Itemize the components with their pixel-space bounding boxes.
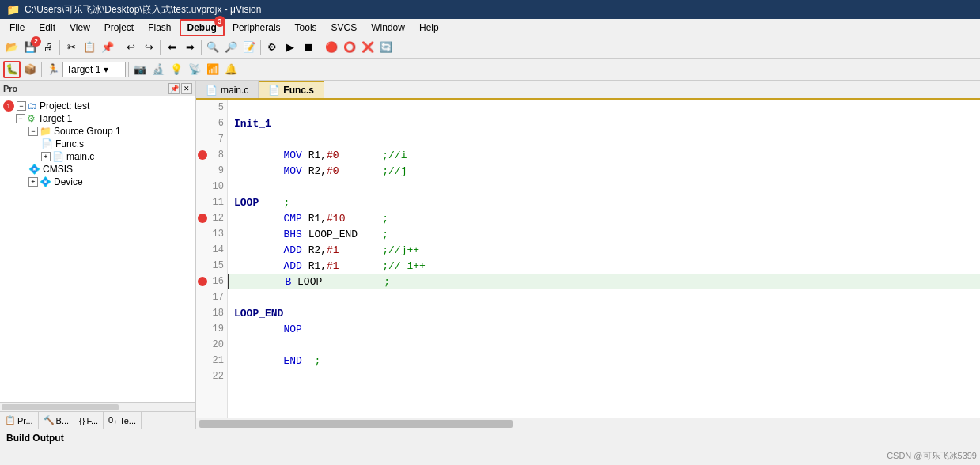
menu-item-peripherals[interactable]: Peripherals bbox=[226, 21, 287, 35]
mainc-label: main.c bbox=[66, 151, 94, 162]
redo-btn[interactable]: ↪ bbox=[140, 39, 157, 56]
fwd-btn[interactable]: ➡ bbox=[181, 39, 199, 56]
find-btn[interactable]: 🔍 bbox=[204, 39, 221, 56]
find2-btn[interactable]: 🔎 bbox=[222, 39, 240, 56]
breakpoint-toggle-btn[interactable]: 🔴 bbox=[323, 39, 340, 56]
tree-item-cmsis[interactable]: 💠 CMSIS bbox=[0, 163, 195, 176]
tab-mainc[interactable]: 📄 main.c bbox=[196, 81, 259, 98]
panel-title: Pro bbox=[3, 84, 17, 93]
menu-item-project[interactable]: Project bbox=[98, 21, 140, 35]
build-btn[interactable]: ⚙ bbox=[263, 39, 281, 56]
run-to-cursor-btn[interactable]: 🏃 bbox=[44, 61, 62, 78]
code-line-9: MOV R2,#0 ;//j bbox=[228, 163, 980, 179]
paste-btn[interactable]: 📌 bbox=[99, 39, 116, 56]
tab-mainc-icon: 📄 bbox=[206, 85, 218, 96]
code-line-8: MOV R1,#0 ;//i bbox=[228, 147, 980, 163]
panel-bottom-tabs: 📋 Pr... 🔨 B... {} F... 0₊ Te... bbox=[0, 411, 195, 429]
notify-btn[interactable]: 🔔 bbox=[222, 61, 240, 78]
menu-item-flash[interactable]: Flash bbox=[142, 21, 177, 35]
folder-icon: 📁 bbox=[40, 126, 51, 137]
hint-btn[interactable]: 💡 bbox=[168, 61, 185, 78]
cmsis-label: CMSIS bbox=[43, 164, 73, 175]
toolbar2-separator bbox=[41, 62, 42, 77]
tab-funcs-label: Func.s bbox=[283, 85, 314, 96]
badge-1: 1 bbox=[3, 100, 14, 112]
menu-item-debug[interactable]: Debug3 bbox=[180, 19, 225, 36]
tab-funcs-icon: 📄 bbox=[268, 85, 280, 96]
tab-funcs[interactable]: 📄 Func.s bbox=[259, 81, 324, 98]
tree-expand-target[interactable]: − bbox=[16, 114, 25, 123]
menu-item-view[interactable]: View bbox=[63, 21, 96, 35]
tree-expand-mainc[interactable]: + bbox=[41, 152, 51, 161]
editor-area: 📄 main.c 📄 Func.s 5 6 7 8 9 10 11 bbox=[196, 81, 980, 429]
tree-item-funcs[interactable]: 📄 Func.s bbox=[0, 138, 195, 150]
toolbar-separator bbox=[119, 40, 119, 55]
inspect-btn[interactable]: 🔬 bbox=[149, 61, 167, 78]
bp-enable-btn[interactable]: ⭕ bbox=[341, 39, 358, 56]
tree-expand-device[interactable]: + bbox=[28, 177, 38, 187]
panel-tab-func-icon: {} bbox=[79, 416, 85, 425]
toolbar-secondary: 🐛📦🏃Target 1 ▾📷🔬💡📡📶🔔 bbox=[0, 59, 980, 81]
gutter-13: 13 bbox=[196, 226, 227, 242]
code-line-17 bbox=[228, 289, 980, 305]
code-hscroll[interactable] bbox=[196, 418, 980, 429]
title-text: C:\Users\可乐飞冰\Desktop\嵌入式\test.uvprojx -… bbox=[25, 3, 261, 17]
debug-stop-btn[interactable]: 📦 bbox=[21, 61, 39, 78]
code-editor[interactable]: Init_1 MOV R1,#0 ;//i MOV R2,#0 ;//j LOO… bbox=[228, 100, 980, 418]
code-line-7 bbox=[228, 131, 980, 147]
tree-item-device[interactable]: + 💠 Device bbox=[0, 176, 195, 188]
menu-item-svcs[interactable]: SVCS bbox=[325, 21, 364, 35]
panel-tab-project[interactable]: 📋 Pr... bbox=[0, 412, 39, 429]
snapshot-btn[interactable]: 📷 bbox=[131, 61, 149, 78]
panel-tab-temp[interactable]: 0₊ Te... bbox=[104, 412, 142, 429]
menu-item-file[interactable]: File bbox=[3, 21, 31, 35]
stop-btn[interactable]: ⏹ bbox=[300, 39, 317, 56]
reload-btn[interactable]: 🔄 bbox=[377, 39, 395, 56]
panel-close-button[interactable]: ✕ bbox=[181, 83, 192, 94]
menu-item-edit[interactable]: Edit bbox=[32, 21, 62, 35]
tree-item-sourcegroup[interactable]: − 📁 Source Group 1 bbox=[0, 125, 195, 138]
project-panel: Pro 📌 ✕ 1 − 🗂 Project: test − ⚙ Target 1 bbox=[0, 81, 196, 429]
build-output-label: Build Output bbox=[6, 433, 64, 444]
menu-item-tools[interactable]: Tools bbox=[289, 21, 324, 35]
signal-btn[interactable]: 📶 bbox=[204, 61, 221, 78]
menu-item-window[interactable]: Window bbox=[365, 21, 411, 35]
cut-btn[interactable]: ✂ bbox=[62, 39, 80, 56]
panel-tab-build[interactable]: 🔨 B... bbox=[39, 412, 75, 429]
tree-item-mainc[interactable]: + 📄 main.c bbox=[0, 150, 195, 163]
target-icon: ⚙ bbox=[27, 113, 36, 124]
tree-item-project[interactable]: 1 − 🗂 Project: test bbox=[0, 100, 195, 112]
panel-hscroll-thumb[interactable] bbox=[2, 404, 119, 410]
save-btn[interactable]: 💾2 bbox=[21, 39, 39, 56]
toolbar-separator bbox=[59, 40, 60, 55]
tree-item-target[interactable]: − ⚙ Target 1 bbox=[0, 112, 195, 125]
debug-start-btn[interactable]: 🐛 bbox=[3, 61, 21, 78]
replace-btn[interactable]: 📝 bbox=[240, 39, 258, 56]
copy-btn[interactable]: 📋 bbox=[81, 39, 98, 56]
gutter-19: 19 bbox=[196, 321, 227, 337]
code-line-20 bbox=[228, 337, 980, 353]
bp-clear-btn[interactable]: ❌ bbox=[359, 39, 376, 56]
code-line-5 bbox=[228, 100, 980, 115]
code-hscroll-thumb[interactable] bbox=[199, 420, 513, 428]
menu-item-help[interactable]: Help bbox=[413, 21, 445, 35]
back-btn[interactable]: ⬅ bbox=[163, 39, 180, 56]
code-line-6: Init_1 bbox=[228, 115, 980, 131]
gutter-6: 6 bbox=[196, 115, 227, 131]
panel-pin-button[interactable]: 📌 bbox=[168, 83, 180, 94]
undo-btn[interactable]: ↩ bbox=[122, 39, 139, 56]
target-dropdown[interactable]: Target 1 ▾ bbox=[62, 62, 126, 78]
panel-tab-func[interactable]: {} F... bbox=[74, 412, 104, 429]
tab-mainc-label: main.c bbox=[221, 85, 248, 96]
open-file-btn[interactable]: 📂 bbox=[3, 39, 21, 56]
gutter-10: 10 bbox=[196, 179, 227, 195]
code-line-19: NOP bbox=[228, 321, 980, 337]
panel-hscroll[interactable] bbox=[0, 402, 195, 411]
connect-btn[interactable]: 📡 bbox=[186, 61, 203, 78]
run-btn[interactable]: ▶ bbox=[282, 39, 299, 56]
gutter-17: 17 bbox=[196, 289, 227, 305]
code-line-10 bbox=[228, 179, 980, 195]
tree-expand-project[interactable]: − bbox=[17, 101, 26, 111]
print-btn[interactable]: 🖨 bbox=[40, 39, 57, 56]
tree-expand-sourcegroup[interactable]: − bbox=[28, 127, 38, 136]
